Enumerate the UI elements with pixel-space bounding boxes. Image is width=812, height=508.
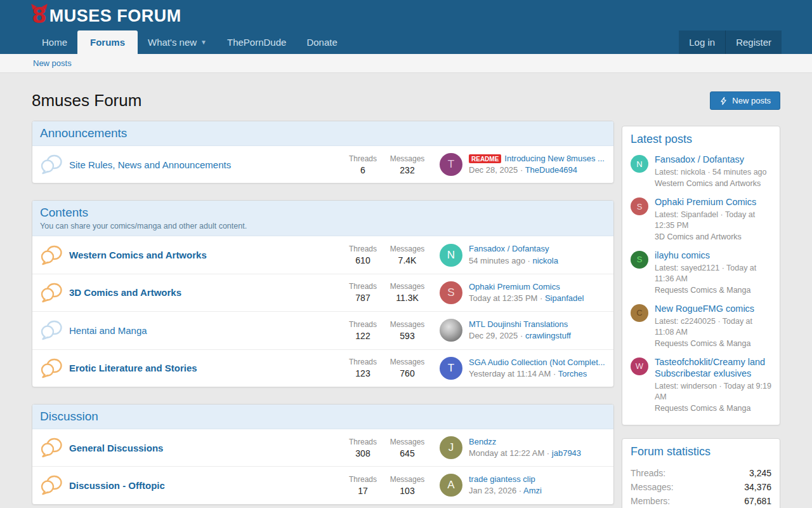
latest-thread-link[interactable]: Tasteofchoklit/Creamy land Subscribestar… bbox=[655, 357, 765, 378]
latest-thread-link[interactable]: SGA Audio Collection (Not Complet... bbox=[469, 358, 605, 367]
forum-title-link[interactable]: 3D Comics and Artworks bbox=[69, 287, 341, 298]
forum-list: Announcements Site Rules, News and Annou… bbox=[32, 121, 614, 508]
list-item[interactable]: N Fansadox / Dofantasy Latest: nickola ·… bbox=[631, 154, 771, 188]
messages-label: Messages bbox=[385, 475, 429, 484]
forum-title-link[interactable]: Hentai and Manga bbox=[69, 325, 341, 336]
latest-user-link[interactable]: Torches bbox=[558, 369, 587, 378]
login-button[interactable]: Log in bbox=[679, 30, 725, 54]
avatar[interactable]: S bbox=[631, 197, 648, 215]
latest-category: 3D Comics and Artworks bbox=[655, 232, 771, 241]
forum-row-site-rules[interactable]: Site Rules, News and Announcements Threa… bbox=[32, 146, 613, 183]
forum-title-link[interactable]: Site Rules, News and Announcements bbox=[69, 159, 341, 170]
forum-row-discussion-offtopic[interactable]: Discussion - Offtopic Threads 17 Message… bbox=[32, 466, 613, 504]
site-logo[interactable]: 8 MUSES FORUM bbox=[32, 6, 181, 25]
latest-user-link[interactable]: jab7943 bbox=[552, 448, 581, 458]
avatar[interactable]: T bbox=[440, 153, 462, 176]
latest-thread-link[interactable]: ilayhu comics bbox=[655, 250, 710, 260]
latest-post: MTL Doujinshi Translations Dec 29, 2025 … bbox=[469, 319, 606, 342]
forum-title-link[interactable]: Discussion - Offtopic bbox=[69, 480, 341, 491]
latest-user-link[interactable]: Sipanfadel bbox=[545, 293, 584, 303]
latest-user-link[interactable]: nickola bbox=[532, 256, 558, 265]
avatar[interactable] bbox=[440, 319, 462, 342]
messages-label: Messages bbox=[385, 154, 429, 163]
latest-thread-link[interactable]: trade giantess clip bbox=[469, 474, 535, 484]
messages-value: 232 bbox=[385, 165, 429, 175]
avatar[interactable]: S bbox=[440, 281, 462, 304]
nav-whats-new-label: What's new bbox=[148, 37, 197, 48]
nav-donate[interactable]: Donate bbox=[296, 30, 347, 54]
forum-row-hentai-manga[interactable]: Hentai and Manga Threads 122 Messages 59… bbox=[32, 311, 613, 349]
subnav-new-posts-link[interactable]: New posts bbox=[33, 58, 72, 68]
list-item[interactable]: S ilayhu comics Latest: sayed2121 · Toda… bbox=[631, 250, 771, 295]
latest-thread-link[interactable]: Fansadox / Dofantasy bbox=[469, 244, 549, 253]
forum-row-western-comics[interactable]: Western Comics and Artworks Threads 610 … bbox=[32, 236, 613, 273]
latest-meta: Latest: winderson · Today at 9:19 AM bbox=[655, 381, 771, 403]
messages-value: 645 bbox=[385, 448, 429, 458]
latest-thread-link[interactable]: MTL Doujinshi Translations bbox=[469, 319, 568, 329]
forum-bubbles-icon bbox=[40, 245, 63, 265]
lightning-bolt-icon bbox=[719, 97, 728, 105]
nav-home[interactable]: Home bbox=[32, 30, 77, 54]
latest-thread-link[interactable]: Bendzz bbox=[469, 437, 496, 446]
latest-thread-link[interactable]: Ophaki Premium Comics bbox=[469, 282, 560, 291]
avatar[interactable]: T bbox=[440, 357, 462, 380]
threads-stat: Threads 787 bbox=[341, 282, 385, 303]
messages-label: Messages bbox=[385, 282, 429, 291]
nav-whats-new[interactable]: What's new ▼ bbox=[138, 30, 217, 54]
forum-title-link[interactable]: General Discussions bbox=[69, 443, 341, 453]
threads-value: 17 bbox=[341, 486, 385, 496]
avatar[interactable]: N bbox=[440, 244, 462, 267]
stats-row-members: Members: 67,681 bbox=[631, 494, 771, 508]
latest-meta: Latest: sayed2121 · Today at 11:36 AM bbox=[655, 263, 771, 284]
latest-posts-widget: Latest posts N Fansadox / Dofantasy Late… bbox=[622, 126, 780, 425]
latest-date: Monday at 12:22 AM · bbox=[469, 448, 552, 458]
avatar[interactable]: A bbox=[440, 474, 462, 497]
latest-user-link[interactable]: Amzi bbox=[523, 486, 542, 495]
threads-value: 6 bbox=[341, 165, 385, 175]
messages-stat: Messages 11.3K bbox=[385, 282, 429, 303]
latest-thread-link[interactable]: Introducing New 8muses ... bbox=[504, 154, 605, 163]
latest-date: Dec 29, 2025 · bbox=[469, 331, 525, 340]
list-item[interactable]: C New RogueFMG comics Latest: c2240025 ·… bbox=[631, 303, 771, 348]
avatar[interactable]: N bbox=[631, 155, 648, 173]
main-nav: Home Forums What's new ▼ ThePornDude Don… bbox=[0, 30, 812, 54]
latest-date: Jan 23, 2026 · bbox=[469, 486, 523, 495]
messages-stat: Messages 7.4K bbox=[385, 244, 429, 265]
nav-forums[interactable]: Forums bbox=[77, 30, 138, 54]
latest-user-link[interactable]: crawlingstuff bbox=[525, 331, 571, 340]
block-header: Announcements bbox=[32, 121, 613, 146]
forum-row-general-discussions[interactable]: General Discussions Threads 308 Messages… bbox=[32, 429, 613, 466]
block-title[interactable]: Contents bbox=[40, 206, 606, 220]
forum-row-erotic-literature[interactable]: Erotic Literature and Stories Threads 12… bbox=[32, 349, 613, 387]
avatar[interactable]: J bbox=[440, 436, 462, 459]
block-title[interactable]: Announcements bbox=[40, 126, 606, 140]
latest-category: Requests Comics & Manga bbox=[655, 404, 771, 413]
avatar[interactable]: S bbox=[631, 251, 648, 269]
messages-stat: Messages 593 bbox=[385, 320, 429, 341]
new-posts-button[interactable]: New posts bbox=[710, 91, 780, 110]
nav-theporndude[interactable]: ThePornDude bbox=[217, 30, 296, 54]
register-button[interactable]: Register bbox=[725, 30, 782, 54]
forum-title-link[interactable]: Erotic Literature and Stories bbox=[69, 363, 341, 373]
latest-thread-link[interactable]: Fansadox / Dofantasy bbox=[655, 154, 744, 164]
avatar[interactable]: C bbox=[631, 304, 648, 322]
stats-value: 3,245 bbox=[749, 468, 771, 478]
forum-title-link[interactable]: Western Comics and Artworks bbox=[69, 250, 341, 260]
latest-category: Requests Comics & Manga bbox=[655, 339, 771, 348]
list-item[interactable]: W Tasteofchoklit/Creamy land Subscribest… bbox=[631, 356, 771, 413]
latest-meta: Latest: c2240025 · Today at 11:08 AM bbox=[655, 316, 771, 338]
latest-post: SGA Audio Collection (Not Complet... Yes… bbox=[469, 357, 606, 380]
avatar[interactable]: W bbox=[631, 358, 648, 375]
latest-thread-link[interactable]: Ophaki Premium Comics bbox=[655, 197, 756, 207]
latest-thread-link[interactable]: New RogueFMG comics bbox=[655, 304, 754, 314]
forum-row-3d-comics[interactable]: 3D Comics and Artworks Threads 787 Messa… bbox=[32, 274, 613, 311]
messages-stat: Messages 103 bbox=[385, 475, 429, 496]
messages-value: 7.4K bbox=[385, 255, 429, 265]
list-item[interactable]: S Ophaki Premium Comics Latest: Sipanfad… bbox=[631, 196, 771, 241]
block-title[interactable]: Discussion bbox=[40, 410, 606, 424]
widget-title[interactable]: Latest posts bbox=[631, 133, 771, 146]
threads-label: Threads bbox=[341, 320, 385, 329]
latest-date: Today at 12:35 PM · bbox=[469, 293, 545, 303]
latest-user-link[interactable]: TheDude4694 bbox=[525, 165, 577, 175]
sidebar: Latest posts N Fansadox / Dofantasy Late… bbox=[622, 126, 780, 508]
